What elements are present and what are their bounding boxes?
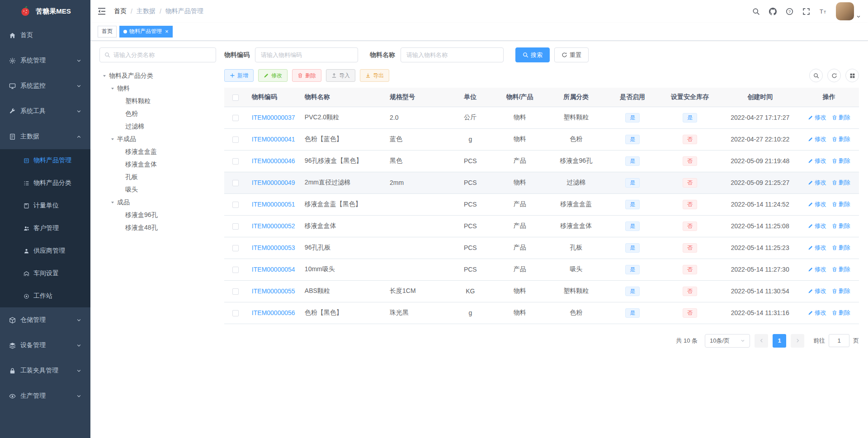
item-code-link[interactable]: ITEM00000055 [252, 287, 295, 295]
sidebar-subitem-4-0[interactable]: 物料产品管理 [0, 149, 90, 172]
row-delete-link[interactable]: 删除 [832, 135, 850, 143]
tree-node[interactable]: 物料 [99, 82, 216, 95]
tree-node[interactable]: 塑料颗粒 [99, 95, 216, 108]
sidebar-item-0[interactable]: 首页 [0, 23, 90, 48]
row-edit-link[interactable]: 修改 [808, 265, 826, 273]
goto-page-input[interactable] [829, 334, 849, 347]
item-code-link[interactable]: ITEM00000041 [252, 136, 295, 143]
row-edit-link[interactable]: 修改 [808, 244, 826, 252]
row-checkbox[interactable] [232, 310, 239, 316]
next-page-button[interactable] [791, 334, 804, 348]
tree-node[interactable]: 半成品 [99, 133, 216, 146]
tree-node[interactable]: 物料及产品分类 [99, 70, 216, 82]
edit-button[interactable]: 修改 [258, 69, 288, 82]
user-menu[interactable] [836, 2, 861, 20]
font-size-icon[interactable]: TT [819, 8, 827, 15]
tree-node[interactable]: 移液盒盒体 [99, 158, 216, 171]
row-checkbox[interactable] [232, 180, 239, 186]
row-checkbox[interactable] [232, 245, 239, 251]
item-code-link[interactable]: ITEM00000056 [252, 309, 295, 316]
sidebar-item-7[interactable]: 工装夹具管理 [0, 358, 90, 383]
select-all-checkbox[interactable] [232, 94, 239, 101]
row-edit-link[interactable]: 修改 [808, 222, 826, 230]
row-delete-link[interactable]: 删除 [832, 113, 850, 122]
row-edit-link[interactable]: 修改 [808, 157, 826, 165]
sidebar-item-1[interactable]: 系统管理 [0, 48, 90, 73]
row-checkbox[interactable] [232, 115, 239, 121]
sidebar-item-4[interactable]: 主数据 [0, 124, 90, 149]
row-edit-link[interactable]: 修改 [808, 135, 826, 143]
item-code-link[interactable]: ITEM00000049 [252, 179, 295, 186]
row-edit-link[interactable]: 修改 [808, 200, 826, 208]
row-delete-link[interactable]: 删除 [832, 200, 850, 208]
breadcrumb-home[interactable]: 首页 [114, 7, 127, 15]
item-code-link[interactable]: ITEM00000052 [252, 222, 295, 230]
tree-node[interactable]: 过滤棉 [99, 120, 216, 133]
tree-node[interactable]: 色粉 [99, 108, 216, 120]
export-button[interactable]: 导出 [360, 69, 389, 82]
add-button[interactable]: 新增 [224, 69, 254, 82]
app-logo[interactable]: 苦糖果MES [0, 0, 90, 23]
sidebar-item-6[interactable]: 设备管理 [0, 333, 90, 358]
row-delete-link[interactable]: 删除 [832, 244, 850, 252]
tree-node[interactable]: 成品 [99, 196, 216, 209]
sidebar-item-3[interactable]: 系统工具 [0, 99, 90, 124]
sidebar-subitem-4-2[interactable]: 计量单位 [0, 194, 90, 217]
row-edit-link[interactable]: 修改 [808, 179, 826, 187]
sidebar-subitem-4-5[interactable]: 车间设置 [0, 262, 90, 285]
item-code-link[interactable]: ITEM00000046 [252, 157, 295, 165]
tree-node[interactable]: 移液盒48孔 [99, 221, 216, 234]
sidebar-item-5[interactable]: 仓储管理 [0, 307, 90, 333]
category-search-input[interactable] [113, 52, 211, 58]
sidebar-subitem-4-6[interactable]: 工作站 [0, 285, 90, 307]
tree-node[interactable]: 孔板 [99, 171, 216, 184]
sidebar-item-2[interactable]: 系统监控 [0, 73, 90, 99]
row-edit-link[interactable]: 修改 [808, 309, 826, 317]
sidebar-subitem-4-1[interactable]: 物料产品分类 [0, 172, 90, 194]
row-checkbox[interactable] [232, 202, 239, 208]
prev-page-button[interactable] [755, 334, 768, 348]
tree-node[interactable]: 移液盒盒盖 [99, 146, 216, 158]
row-delete-link[interactable]: 删除 [832, 179, 850, 187]
reset-button[interactable]: 重置 [554, 47, 589, 62]
fullscreen-icon[interactable] [802, 8, 810, 15]
delete-button[interactable]: 删除 [292, 69, 321, 82]
tree-node[interactable]: 吸头 [99, 184, 216, 196]
refresh-button[interactable] [827, 69, 841, 82]
row-checkbox[interactable] [232, 223, 239, 230]
page-size-select[interactable]: 10条/页 [705, 334, 750, 348]
search-icon[interactable] [752, 8, 760, 15]
row-delete-link[interactable]: 删除 [832, 309, 850, 317]
github-icon[interactable] [769, 8, 777, 15]
item-code-link[interactable]: ITEM00000053 [252, 244, 295, 251]
row-delete-link[interactable]: 删除 [832, 222, 850, 230]
row-checkbox[interactable] [232, 158, 239, 165]
item-code-link[interactable]: ITEM00000037 [252, 114, 295, 121]
row-checkbox[interactable] [232, 267, 239, 273]
row-checkbox[interactable] [232, 288, 239, 295]
question-icon[interactable]: ? [786, 8, 793, 15]
sidebar-item-8[interactable]: 生产管理 [0, 383, 90, 409]
row-delete-link[interactable]: 删除 [832, 157, 850, 165]
row-delete-link[interactable]: 删除 [832, 287, 850, 295]
sidebar-subitem-4-4[interactable]: 供应商管理 [0, 240, 90, 262]
tab-material-product-manage[interactable]: 物料产品管理 × [119, 26, 173, 38]
sidebar-subitem-4-3[interactable]: 客户管理 [0, 217, 90, 240]
column-toggle-button[interactable] [845, 69, 859, 82]
row-edit-link[interactable]: 修改 [808, 287, 826, 295]
toggle-search-button[interactable] [809, 69, 823, 82]
import-button[interactable]: 导入 [326, 69, 355, 82]
item-code-link[interactable]: ITEM00000051 [252, 201, 295, 208]
material-name-input[interactable] [401, 47, 504, 62]
row-edit-link[interactable]: 修改 [808, 113, 826, 122]
close-icon[interactable]: × [165, 28, 169, 34]
hamburger-icon[interactable] [98, 8, 106, 15]
page-number-1[interactable]: 1 [773, 334, 786, 348]
tab-home[interactable]: 首页 [98, 26, 117, 38]
material-code-input[interactable] [255, 47, 358, 62]
row-delete-link[interactable]: 删除 [832, 265, 850, 273]
search-button[interactable]: 搜索 [515, 47, 550, 62]
row-checkbox[interactable] [232, 137, 239, 143]
tree-node[interactable]: 移液盒96孔 [99, 209, 216, 221]
item-code-link[interactable]: ITEM00000054 [252, 266, 295, 273]
